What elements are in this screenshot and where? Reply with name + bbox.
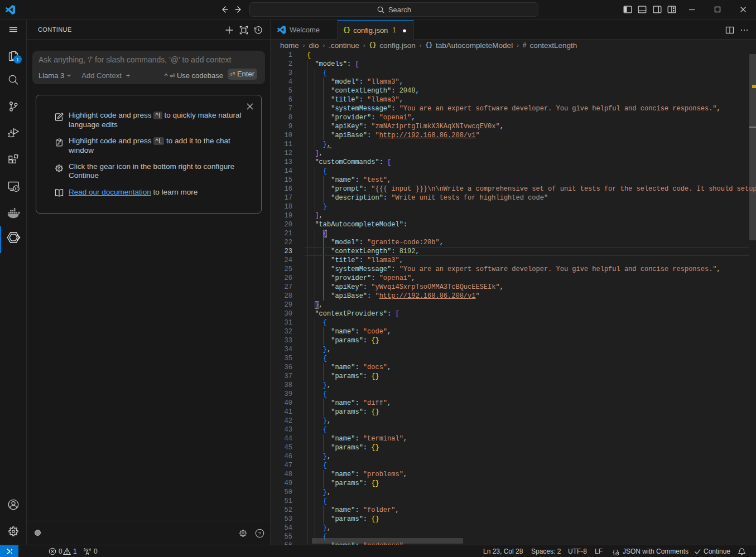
svg-text:?: ? <box>258 530 261 536</box>
